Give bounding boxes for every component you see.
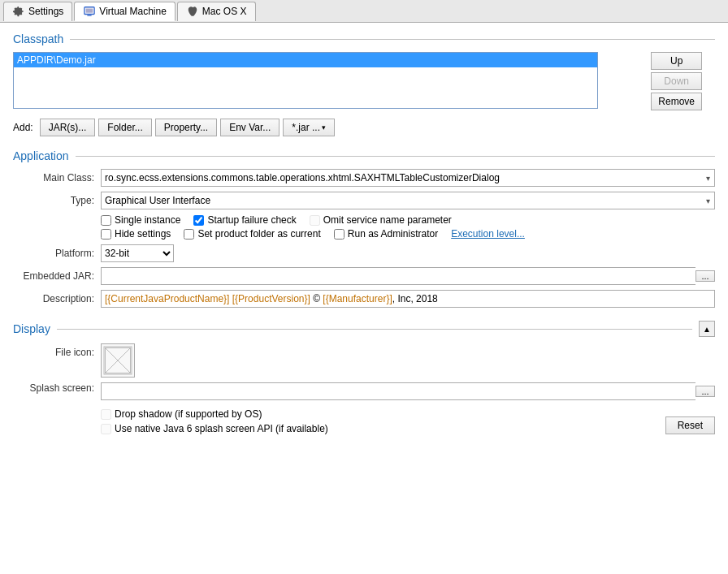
- add-envvar-button[interactable]: Env Var...: [220, 119, 280, 136]
- application-form: Main Class: ro.sync.ecss.extensions.comm…: [13, 169, 715, 308]
- desc-part-1: [{CurrentJavaProductName}]: [105, 293, 229, 304]
- file-icon-label: File icon:: [13, 343, 94, 358]
- platform-field: 32-bit 64-bit: [101, 244, 715, 262]
- application-section: Application Main Class: ro.sync.ecss.ext…: [13, 149, 715, 308]
- add-property-button[interactable]: Property...: [155, 119, 217, 136]
- desc-part-6: , Inc, 2018: [392, 293, 438, 304]
- mac-icon: [186, 5, 199, 18]
- up-button[interactable]: Up: [651, 52, 702, 70]
- main-class-field: ro.sync.ecss.extensions.commons.table.op…: [101, 169, 715, 187]
- startup-failure-input[interactable]: [193, 215, 204, 226]
- display-title: Display: [13, 322, 50, 335]
- add-label: Add:: [13, 122, 33, 133]
- drop-shadow-input[interactable]: [101, 409, 111, 420]
- execution-level-link[interactable]: Execution level...: [451, 228, 525, 240]
- description-input[interactable]: [{CurrentJavaProductName}] [{ProductVers…: [101, 290, 715, 308]
- classpath-item[interactable]: APPDIR\Demo.jar: [14, 53, 597, 67]
- tab-virtual-machine[interactable]: Virtual Machine: [74, 2, 176, 21]
- single-instance-input[interactable]: [101, 215, 111, 226]
- splash-screen-input[interactable]: [101, 382, 696, 400]
- drop-shadow-checkbox[interactable]: Drop shadow (if supported by OS): [101, 408, 328, 420]
- description-label: Description:: [13, 293, 94, 304]
- classpath-section: Classpath APPDIR\Demo.jar Up Down Remove…: [13, 32, 715, 136]
- display-collapse-button[interactable]: ▲: [699, 321, 715, 337]
- down-button[interactable]: Down: [651, 72, 702, 90]
- startup-failure-checkbox[interactable]: Startup failure check: [193, 214, 296, 226]
- set-product-folder-input[interactable]: [184, 229, 194, 240]
- set-product-folder-checkbox[interactable]: Set product folder as current: [184, 228, 320, 240]
- checkboxes-container: Single instance Startup failure check Om…: [101, 214, 715, 240]
- display-header: Display ▲: [13, 321, 715, 337]
- classpath-row: APPDIR\Demo.jar Up Down Remove: [13, 52, 715, 114]
- classpath-divider: [70, 39, 715, 40]
- shadow-controls: Drop shadow (if supported by OS) Use nat…: [101, 405, 715, 434]
- embedded-jar-input[interactable]: [101, 267, 696, 285]
- type-select[interactable]: Graphical User Interface: [101, 192, 715, 209]
- svg-rect-2: [88, 15, 92, 15]
- description-field: [{CurrentJavaProductName}] [{ProductVers…: [101, 290, 715, 308]
- tab-bar: Settings Virtual Machine Mac OS X: [0, 0, 728, 23]
- omit-service-checkbox[interactable]: Omit service name parameter: [310, 214, 452, 226]
- add-jar-glob-button[interactable]: *.jar ... ▾: [283, 119, 335, 136]
- single-instance-checkbox[interactable]: Single instance: [101, 214, 180, 226]
- svg-line-4: [106, 348, 130, 373]
- omit-service-input[interactable]: [310, 215, 320, 226]
- hide-settings-input[interactable]: [101, 229, 111, 240]
- file-icon-container: [101, 343, 715, 378]
- reset-button[interactable]: Reset: [665, 416, 715, 434]
- splash-screen-field: ...: [101, 382, 715, 400]
- embedded-jar-browse-button[interactable]: ...: [696, 270, 715, 282]
- desc-part-3: [{ProductVersion}]: [232, 293, 310, 304]
- tab-macos-label: Mac OS X: [202, 6, 247, 17]
- native-java6-input[interactable]: [101, 424, 111, 434]
- collapse-icon: ▲: [703, 325, 711, 334]
- platform-select[interactable]: 32-bit 64-bit: [101, 244, 174, 262]
- checkboxes-row-2: Hide settings Set product folder as curr…: [101, 228, 715, 240]
- svg-rect-3: [104, 347, 132, 374]
- display-form: File icon: Splash screen: ...: [13, 343, 715, 434]
- application-header: Application: [13, 149, 715, 162]
- splash-screen-label: Splash screen:: [13, 382, 94, 394]
- desc-part-4: ©: [310, 293, 323, 304]
- display-section: Display ▲ File icon: Splash scr: [13, 321, 715, 434]
- hide-settings-checkbox[interactable]: Hide settings: [101, 228, 171, 240]
- type-field: Graphical User Interface: [101, 192, 715, 209]
- native-java6-checkbox[interactable]: Use native Java 6 splash screen API (if …: [101, 423, 328, 434]
- display-divider: [57, 329, 692, 330]
- type-label: Type:: [13, 195, 94, 206]
- add-row: Add: JAR(s)... Folder... Property... Env…: [13, 119, 715, 136]
- application-divider: [76, 156, 716, 157]
- svg-line-5: [106, 348, 130, 373]
- run-as-admin-checkbox[interactable]: Run as Administrator: [334, 228, 438, 240]
- tab-macos[interactable]: Mac OS X: [177, 2, 256, 21]
- dropdown-arrow: ▾: [322, 123, 326, 132]
- icon-placeholder-svg: [102, 345, 133, 376]
- main-class-select[interactable]: ro.sync.ecss.extensions.commons.table.op…: [101, 169, 715, 187]
- checkboxes-row-1: Single instance Startup failure check Om…: [101, 214, 715, 226]
- tab-settings-label: Settings: [28, 6, 63, 17]
- shadow-checkboxes: Drop shadow (if supported by OS) Use nat…: [101, 408, 328, 434]
- remove-button[interactable]: Remove: [651, 93, 702, 110]
- splash-screen-browse-button[interactable]: ...: [696, 386, 715, 397]
- platform-label: Platform:: [13, 248, 94, 259]
- add-folder-button[interactable]: Folder...: [98, 119, 151, 136]
- classpath-header: Classpath: [13, 32, 715, 45]
- gear-icon: [12, 5, 25, 18]
- tab-settings[interactable]: Settings: [3, 2, 72, 21]
- file-icon-placeholder[interactable]: [101, 343, 135, 378]
- main-class-label: Main Class:: [13, 172, 94, 183]
- application-title: Application: [13, 149, 69, 162]
- shadow-row: Drop shadow (if supported by OS) Use nat…: [101, 408, 715, 434]
- vm-icon: [83, 5, 96, 18]
- run-as-admin-input[interactable]: [334, 229, 344, 240]
- main-content: Classpath APPDIR\Demo.jar Up Down Remove…: [0, 23, 728, 574]
- embedded-jar-label: Embedded JAR:: [13, 270, 94, 282]
- embedded-jar-field: ...: [101, 267, 715, 285]
- classpath-title: Classpath: [13, 32, 63, 45]
- add-jar-button[interactable]: JAR(s)...: [40, 119, 96, 136]
- classpath-list[interactable]: APPDIR\Demo.jar: [13, 52, 598, 109]
- desc-part-5: [{Manufacturer}]: [323, 293, 392, 304]
- svg-rect-1: [86, 9, 93, 13]
- tab-vm-label: Virtual Machine: [99, 6, 167, 17]
